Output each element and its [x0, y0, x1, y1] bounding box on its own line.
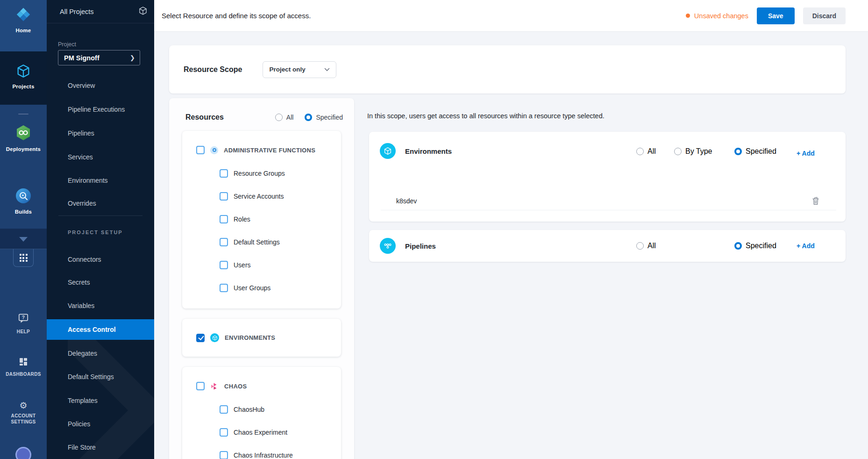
checkbox[interactable] [220, 261, 228, 269]
sidebar-item-secrets[interactable]: Secrets [47, 272, 154, 293]
sidebar-item-variables[interactable]: Variables [47, 295, 154, 316]
checkbox-label: Chaos Infrastructure [234, 452, 293, 459]
radio-by-type[interactable]: By Type [674, 147, 712, 156]
radio-all[interactable]: All [636, 242, 656, 250]
radio-specified[interactable]: Specified [305, 114, 343, 121]
sidebar-item-default-settings[interactable]: Default Settings [47, 366, 154, 387]
checkbox-administrative-functions[interactable] [196, 146, 205, 154]
checkbox[interactable] [220, 284, 228, 292]
checkbox-row-roles[interactable]: Roles [182, 208, 341, 230]
rail-label: Projects [13, 84, 35, 89]
sidebar-item-pipeline-executions[interactable]: Pipeline Executions [47, 99, 154, 120]
rail-item-home[interactable]: Home [0, 7, 47, 33]
checkbox[interactable] [220, 405, 228, 414]
resources-radio-group: All Specified [275, 114, 343, 121]
checkbox-row-users[interactable]: Users [182, 253, 341, 276]
group-label: ENVIRONMENTS [225, 334, 275, 341]
chevron-down-icon[interactable] [19, 237, 28, 242]
project-setup-header: PROJECT SETUP [68, 230, 123, 235]
user-avatar[interactable] [15, 447, 31, 459]
sidebar-header[interactable]: All Projects [47, 0, 154, 23]
checkbox[interactable] [220, 192, 228, 201]
environments-resource-card: Environments All By Type Specified + Add… [369, 132, 846, 222]
sidebar-item-environments[interactable]: Environments [47, 170, 154, 191]
resource-scope-dropdown[interactable]: Project only [263, 61, 336, 78]
environment-row-k8sdev: k8sdev [381, 192, 836, 210]
sidebar-item-overview[interactable]: Overview [47, 75, 154, 96]
add-button[interactable]: + Add [797, 242, 815, 250]
card-title: Pipelines [405, 242, 436, 250]
sidebar-item-label: File Store [68, 444, 96, 451]
sidebar-item-label: Connectors [68, 256, 101, 263]
sidebar-item-pipelines[interactable]: Pipelines [47, 123, 154, 143]
resource-scope-value: Project only [269, 66, 305, 73]
checkbox[interactable] [220, 169, 228, 178]
sidebar-item-templates[interactable]: Templates [47, 390, 154, 411]
checkbox-label: Chaos Experiment [234, 429, 287, 436]
rail-item-help[interactable]: ? HELP [0, 312, 47, 335]
builds-icon [15, 188, 31, 206]
project-selector[interactable]: PM Signoff ❯ [58, 50, 140, 65]
rail-item-dashboards[interactable]: DASHBOARDS [0, 357, 47, 377]
rail-item-projects[interactable]: Projects [0, 64, 47, 89]
sidebar-item-access-control[interactable]: Access Control [47, 319, 154, 340]
trash-icon[interactable] [812, 197, 819, 205]
checkbox-row-resource-groups[interactable]: Resource Groups [182, 162, 341, 185]
sidebar-item-label: Templates [68, 397, 98, 404]
cube-icon [138, 6, 148, 17]
checkbox[interactable] [220, 215, 228, 223]
checkbox[interactable] [220, 451, 228, 459]
sidebar-item-connectors[interactable]: Connectors [47, 249, 154, 270]
sidebar-item-label: Policies [68, 420, 90, 428]
sidebar-item-label: Overview [68, 82, 95, 89]
radio-all[interactable]: All [636, 147, 656, 156]
rail-item-builds[interactable]: Builds [0, 188, 47, 215]
resource-group-administrative-functions: ADMINISTRATIVE FUNCTIONS Resource Groups… [182, 131, 341, 308]
sidebar-divider [58, 215, 142, 216]
sidebar-item-label: Environments [68, 177, 108, 184]
radio-specified[interactable]: Specified [734, 242, 776, 250]
rail-item-deployments[interactable]: Deployments [0, 124, 47, 152]
checkbox-row-service-accounts[interactable]: Service Accounts [182, 185, 341, 208]
sidebar-item-policies[interactable]: Policies [47, 414, 154, 434]
checkbox-label: Users [234, 261, 251, 269]
module-rail: Home Projects [0, 0, 47, 459]
checkbox-row-chaoshub[interactable]: ChaosHub [182, 398, 341, 421]
module-grid-button[interactable] [13, 249, 34, 267]
all-projects-label: All Projects [60, 8, 94, 15]
sidebar-item-file-store[interactable]: File Store [47, 437, 154, 458]
save-button[interactable]: Save [757, 7, 795, 24]
rail-label: HELP [17, 329, 30, 335]
checkbox[interactable] [220, 428, 228, 437]
home-icon [15, 7, 31, 24]
rail-label: DASHBOARDS [6, 371, 41, 377]
sidebar-item-label: Delegates [68, 350, 97, 357]
group-label: CHAOS [224, 383, 247, 390]
rail-item-account-settings[interactable]: ⚙ ACCOUNT SETTINGS [0, 401, 47, 425]
radio-all[interactable]: All [275, 114, 294, 121]
radio-label: Specified [746, 147, 776, 156]
radio-specified[interactable]: Specified [734, 147, 776, 156]
sidebar-item-services[interactable]: Services [47, 147, 154, 167]
header-message: Select Resource and define its scope of … [162, 12, 311, 20]
checkbox-row-chaos-experiment[interactable]: Chaos Experiment [182, 421, 341, 444]
chaos-icon [210, 382, 219, 390]
project-name: PM Signoff [64, 54, 100, 62]
discard-button[interactable]: Discard [803, 7, 846, 24]
checkbox-environments-checked[interactable] [196, 334, 205, 342]
sidebar-item-overrides[interactable]: Overrides [47, 193, 154, 214]
checkbox[interactable] [220, 238, 228, 246]
checkbox-row-default-settings[interactable]: Default Settings [182, 230, 341, 253]
add-button[interactable]: + Add [797, 150, 815, 157]
checkbox-row-user-groups[interactable]: User Groups [182, 276, 341, 299]
radio-label: All [286, 114, 294, 121]
gear-icon: ⚙ [19, 401, 27, 410]
card-title: Environments [405, 147, 452, 155]
checkbox-row-chaos-infrastructure[interactable]: Chaos Infrastructure [182, 444, 341, 459]
environment-name: k8sdev [396, 197, 417, 205]
radio-label: All [647, 242, 656, 250]
rail-divider-dash [18, 114, 28, 115]
sidebar-item-delegates[interactable]: Delegates [47, 343, 154, 364]
checkbox-chaos[interactable] [196, 382, 205, 390]
main-content: Resource Scope Project only Resources Al… [154, 32, 868, 459]
